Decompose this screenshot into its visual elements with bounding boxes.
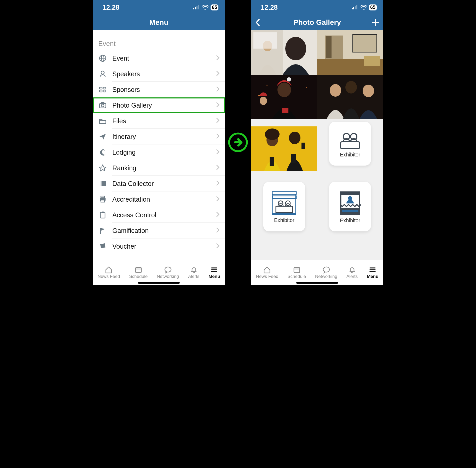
navbar-left: Menu [93, 15, 225, 30]
star-icon [93, 164, 112, 172]
globe-icon [93, 54, 112, 62]
tab-menu[interactable]: Menu [208, 266, 220, 279]
svg-rect-27 [102, 212, 104, 213]
menu-item-accreditation[interactable]: Accreditation [93, 191, 225, 207]
exhibitor-card[interactable]: Exhibitor [329, 122, 371, 166]
svg-rect-53 [326, 36, 332, 58]
tab-menu[interactable]: Menu [367, 266, 378, 279]
menu-item-label: Itinerary [112, 133, 225, 141]
tab-networking[interactable]: Networking [315, 266, 337, 279]
svg-rect-11 [103, 90, 106, 92]
bell-icon [190, 266, 198, 273]
svg-point-95 [323, 267, 329, 272]
svg-rect-77 [272, 192, 296, 194]
svg-rect-0 [193, 8, 194, 9]
tab-schedule[interactable]: Schedule [287, 266, 306, 279]
page-title: Photo Gallery [293, 18, 341, 27]
signal-icon [352, 5, 358, 9]
home-indicator[interactable] [138, 282, 180, 284]
svg-rect-82 [276, 206, 293, 213]
menu-item-sponsors[interactable]: Sponsors [93, 82, 225, 97]
menu-item-speakers[interactable]: Speakers [93, 66, 225, 82]
tab-networking[interactable]: Networking [157, 266, 179, 279]
phone-left: 12.28 65 Menu Event EventSpeakersSponsor… [93, 0, 225, 285]
photo-thumb[interactable] [317, 30, 383, 75]
grid-icon [93, 86, 112, 93]
svg-rect-85 [340, 191, 360, 195]
photo-thumb[interactable]: Exhibitor [317, 119, 383, 171]
menu-item-gamification[interactable]: Gamification [93, 223, 225, 238]
tab-alerts[interactable]: Alerts [188, 266, 199, 279]
svg-point-57 [287, 77, 291, 81]
menu-item-label: Access Control [112, 211, 225, 219]
svg-point-7 [101, 71, 104, 74]
svg-rect-73 [301, 143, 305, 149]
phone-right: 12.28 65 Photo Gallery [251, 0, 383, 285]
menu-item-label: Voucher [112, 243, 225, 250]
exhibitor-card[interactable]: Exhibitor [329, 182, 371, 231]
tab-alerts[interactable]: Alerts [346, 266, 358, 279]
menu-item-voucher[interactable]: Voucher [93, 238, 225, 254]
back-button[interactable] [255, 15, 261, 30]
calendar-icon [135, 266, 142, 273]
ticket-icon [93, 242, 112, 250]
photo-thumb[interactable] [317, 75, 383, 119]
send-icon [93, 133, 112, 141]
svg-rect-72 [291, 154, 296, 163]
svg-rect-51 [353, 35, 376, 52]
tab-label: Schedule [129, 274, 148, 279]
tab-news-feed[interactable]: News Feed [256, 266, 278, 279]
photo-thumb[interactable]: Exhibitor [317, 171, 383, 239]
menu-icon [210, 266, 218, 273]
status-right: 65 [193, 4, 218, 10]
menu-item-photo-gallery[interactable]: Photo Gallery [93, 97, 225, 113]
tab-news-feed[interactable]: News Feed [97, 266, 120, 279]
menu-item-lodging[interactable]: zLodging [93, 144, 225, 160]
chevron-right-icon [216, 212, 219, 218]
menu-item-label: Sponsors [112, 86, 225, 93]
menu-item-data-collector[interactable]: Data Collector [93, 176, 225, 191]
svg-rect-58 [282, 108, 288, 113]
tab-label: Menu [367, 274, 378, 279]
menu-item-event[interactable]: Event [93, 50, 225, 66]
home-indicator[interactable] [296, 282, 338, 284]
exhibitor-icon [339, 130, 362, 150]
add-button[interactable] [371, 15, 379, 30]
svg-point-65 [345, 81, 357, 93]
photo-thumb[interactable] [251, 30, 317, 75]
svg-point-59 [258, 95, 260, 96]
svg-rect-9 [103, 87, 106, 89]
tab-label: Networking [157, 274, 179, 279]
menu-item-ranking[interactable]: Ranking [93, 160, 225, 176]
menu-item-label: Gamification [112, 227, 225, 235]
svg-point-62 [260, 97, 267, 105]
navbar-right: Photo Gallery [251, 15, 383, 30]
printer-icon [93, 195, 112, 203]
photo-thumb[interactable] [251, 75, 317, 119]
chevron-right-icon [216, 86, 219, 93]
photo-thumb[interactable] [251, 119, 317, 171]
photo-gallery-grid[interactable]: Exhibitor Exhibitor Exhibitor [251, 30, 383, 260]
tab-schedule[interactable]: Schedule [129, 266, 148, 279]
menu-item-itinerary[interactable]: Itinerary [93, 129, 225, 144]
exhibitor-label: Exhibitor [274, 217, 294, 223]
menu-item-files[interactable]: Files [93, 113, 225, 129]
svg-rect-1 [195, 7, 196, 9]
section-header: Event [93, 30, 225, 50]
svg-rect-3 [198, 5, 199, 9]
svg-rect-42 [356, 5, 357, 9]
chevron-right-icon [216, 118, 219, 124]
svg-point-90 [348, 196, 352, 200]
bell-icon [348, 266, 356, 273]
svg-point-13 [101, 104, 104, 107]
exhibitor-card[interactable]: Exhibitor [263, 182, 305, 231]
svg-rect-26 [100, 212, 105, 218]
svg-rect-14 [101, 102, 104, 104]
menu-list[interactable]: Event EventSpeakersSponsorsPhoto Gallery… [93, 30, 225, 260]
barcode-icon [93, 180, 112, 188]
menu-item-label: Ranking [112, 164, 225, 172]
photo-thumb[interactable]: Exhibitor [251, 171, 317, 239]
menu-item-access-control[interactable]: Access Control [93, 207, 225, 223]
tab-label: News Feed [256, 274, 278, 279]
svg-rect-23 [101, 196, 105, 198]
